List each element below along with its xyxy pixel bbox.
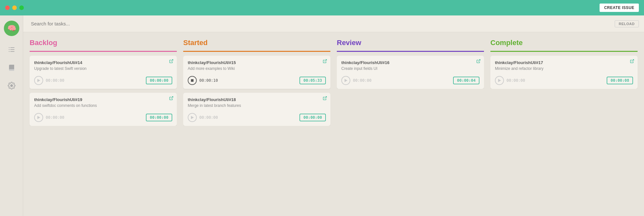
close-button[interactable] <box>5 5 10 10</box>
timer-elapsed: 00:00:00 <box>199 115 218 120</box>
tasks-nav-item[interactable] <box>7 45 16 54</box>
card-title: Add swiftdoc comments on functions <box>34 103 172 108</box>
column-review: Reviewthinkclay/FlourishUI/#16Create inp… <box>337 39 484 216</box>
svg-rect-3 <box>10 47 14 48</box>
settings-nav-item[interactable] <box>7 81 16 90</box>
timer-left: 00:00:10 <box>188 76 218 85</box>
tasks-icon <box>8 46 15 53</box>
svg-rect-2 <box>9 47 10 48</box>
column-backlog-header: Backlog <box>30 39 177 52</box>
titlebar: CREATE ISSUE <box>0 0 644 15</box>
external-link-icon[interactable] <box>476 59 481 64</box>
external-link-icon[interactable] <box>169 96 174 101</box>
minimize-button[interactable] <box>12 5 17 10</box>
timer-left: 00:00:00 <box>188 113 218 122</box>
sidebar: 🧠 <box>0 15 23 216</box>
external-link-icon[interactable] <box>169 59 174 64</box>
content-area: RELOAD Backlogthinkclay/FlourishUI/#14Up… <box>23 15 644 216</box>
reload-button[interactable]: RELOAD <box>615 20 639 27</box>
book-icon <box>8 64 15 71</box>
card-issue-id: thinkclay/FlourishUI/#19 <box>34 97 172 102</box>
svg-line-9 <box>171 60 173 61</box>
timer-elapsed: 00:00:00 <box>507 78 525 83</box>
column-complete-header: Complete <box>490 39 638 52</box>
card-timer-row: 00:00:0000:00:00 <box>34 76 172 85</box>
timer-total: 00:00:08 <box>607 77 633 84</box>
settings-icon <box>8 82 15 89</box>
stop-button[interactable] <box>188 76 197 85</box>
card-title: Upgrade to latest Swift version <box>34 66 172 71</box>
svg-marker-18 <box>345 79 347 82</box>
card-timer-row: 00:00:0000:00:04 <box>341 76 479 85</box>
card-timer-row: 00:00:1000:05:33 <box>188 76 326 85</box>
play-button[interactable] <box>495 76 504 85</box>
task-card: thinkclay/FlourishUI/#17Minimize and ref… <box>490 56 638 89</box>
timer-elapsed: 00:00:00 <box>353 78 372 83</box>
external-link-icon[interactable] <box>323 96 327 101</box>
avatar-icon: 🧠 <box>5 22 18 35</box>
external-link-icon[interactable] <box>323 59 327 64</box>
timer-total: 00:00:00 <box>146 77 172 84</box>
kanban-board: Backlogthinkclay/FlourishUI/#14Upgrade t… <box>23 32 644 216</box>
maximize-button[interactable] <box>19 5 24 10</box>
svg-marker-12 <box>37 116 40 119</box>
create-issue-button[interactable]: CREATE ISSUE <box>600 4 639 12</box>
svg-line-11 <box>171 97 173 99</box>
task-card: thinkclay/FlourishUI/#14Upgrade to lates… <box>30 56 177 89</box>
column-review-header: Review <box>337 39 484 52</box>
svg-text:🧠: 🧠 <box>7 24 16 33</box>
svg-rect-7 <box>10 51 14 52</box>
timer-total: 00:00:00 <box>299 114 326 121</box>
svg-line-15 <box>325 97 327 99</box>
play-button[interactable] <box>34 76 43 85</box>
card-title: Minimize and refactor library <box>495 66 633 71</box>
timer-elapsed: 00:00:00 <box>46 115 64 120</box>
timer-total: 00:00:04 <box>453 77 479 84</box>
timer-left: 00:00:00 <box>341 76 372 85</box>
card-title: Create input fields UI <box>341 66 479 71</box>
play-button[interactable] <box>188 113 197 122</box>
column-started-header: Started <box>183 39 330 52</box>
external-link-icon[interactable] <box>630 59 634 64</box>
card-timer-row: 00:00:0000:00:00 <box>188 113 326 122</box>
column-complete: Completethinkclay/FlourishUI/#17Minimize… <box>490 39 638 216</box>
card-issue-id: thinkclay/FlourishUI/#15 <box>188 60 326 65</box>
play-button[interactable] <box>34 113 43 122</box>
card-title: Merge in latest branch features <box>188 103 326 108</box>
card-issue-id: thinkclay/FlourishUI/#17 <box>495 60 633 65</box>
main-layout: 🧠 <box>0 15 644 216</box>
svg-rect-4 <box>9 49 10 50</box>
svg-rect-14 <box>191 79 194 82</box>
column-backlog-cards: thinkclay/FlourishUI/#14Upgrade to lates… <box>30 56 177 126</box>
card-issue-id: thinkclay/FlourishUI/#18 <box>188 97 326 102</box>
timer-elapsed: 00:00:00 <box>46 78 64 83</box>
timer-total: 00:00:00 <box>146 114 172 121</box>
task-card: thinkclay/FlourishUI/#15Add more example… <box>183 56 330 89</box>
book-nav-item[interactable] <box>7 63 16 72</box>
card-title: Add more examples to Wiki <box>188 66 326 71</box>
svg-marker-20 <box>498 79 501 82</box>
timer-left: 00:00:00 <box>34 113 64 122</box>
column-backlog: Backlogthinkclay/FlourishUI/#14Upgrade t… <box>30 39 177 216</box>
svg-line-17 <box>478 60 480 61</box>
column-started-cards: thinkclay/FlourishUI/#15Add more example… <box>183 56 330 126</box>
timer-elapsed: 00:00:10 <box>199 78 218 83</box>
play-button[interactable] <box>341 76 350 85</box>
timer-left: 00:00:00 <box>495 76 525 85</box>
svg-rect-5 <box>10 49 14 50</box>
column-started: Startedthinkclay/FlourishUI/#15Add more … <box>183 39 330 216</box>
task-card: thinkclay/FlourishUI/#16Create input fie… <box>337 56 484 89</box>
card-issue-id: thinkclay/FlourishUI/#14 <box>34 60 172 65</box>
timer-total: 00:05:33 <box>299 77 326 84</box>
traffic-lights <box>5 5 24 10</box>
svg-line-13 <box>325 60 327 61</box>
avatar[interactable]: 🧠 <box>4 21 19 36</box>
task-card: thinkclay/FlourishUI/#18Merge in latest … <box>183 93 330 126</box>
svg-marker-10 <box>37 79 40 82</box>
search-input[interactable] <box>31 21 636 26</box>
timer-left: 00:00:00 <box>34 76 64 85</box>
column-review-cards: thinkclay/FlourishUI/#16Create input fie… <box>337 56 484 89</box>
svg-marker-16 <box>191 116 194 119</box>
task-card: thinkclay/FlourishUI/#19Add swiftdoc com… <box>30 93 177 126</box>
card-timer-row: 00:00:0000:00:00 <box>34 113 172 122</box>
